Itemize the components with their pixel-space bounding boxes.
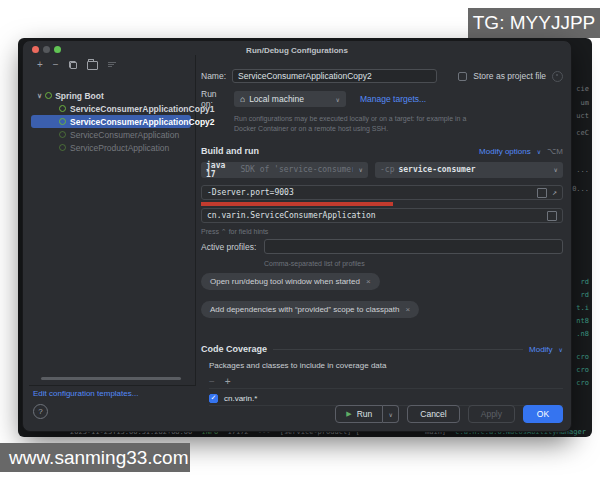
spring-boot-icon: [59, 118, 66, 125]
cancel-button[interactable]: Cancel: [407, 405, 459, 423]
vm-options-row: -Dserver.port=9003 ↗: [201, 185, 563, 200]
bg-fragment: cro: [576, 353, 589, 361]
ok-button[interactable]: OK: [523, 405, 563, 423]
browse-class-icon[interactable]: [547, 211, 557, 221]
sidebar-toolbar: + −: [37, 59, 116, 70]
zoom-window-button[interactable]: [54, 46, 61, 53]
name-row: Name: ServiceConsumerApplicationCopy2 St…: [201, 68, 563, 84]
sort-configurations-icon[interactable]: [108, 62, 116, 67]
move-to-folder-icon[interactable]: [87, 61, 98, 70]
expand-field-icon[interactable]: ↗: [552, 188, 557, 197]
name-input[interactable]: ServiceConsumerApplicationCopy2: [232, 69, 437, 83]
tree-item-copy1[interactable]: ServiceConsumerApplicationCopy1: [29, 102, 193, 115]
coverage-description: Packages and classes to include in cover…: [209, 361, 386, 371]
tree-node-spring-boot[interactable]: ∨ Spring Boot: [29, 89, 193, 102]
active-profiles-label: Active profiles:: [201, 242, 258, 252]
name-label: Name:: [201, 71, 226, 81]
run-button[interactable]: ▶ Run: [335, 405, 383, 423]
coverage-pattern-checkbox[interactable]: ✓: [209, 394, 218, 403]
bg-fragment: um: [581, 99, 589, 107]
add-pattern-icon[interactable]: +: [225, 376, 231, 387]
close-window-button[interactable]: [32, 46, 39, 53]
jdk-dropdown[interactable]: java 17 SDK of 'service-consumer' ∨: [201, 162, 368, 178]
bg-fragment: t.i: [576, 304, 589, 312]
spring-boot-icon: [45, 92, 52, 99]
divider: [273, 349, 523, 350]
remove-pattern-icon[interactable]: −: [209, 376, 215, 387]
run-options-arrow-button[interactable]: ∨: [383, 405, 399, 423]
add-configuration-icon[interactable]: +: [37, 59, 43, 70]
tree-item-label: ServiceProductApplication: [70, 143, 169, 153]
run-on-dropdown[interactable]: ⌂ Local machine ∨: [234, 91, 346, 107]
configurations-tree: ∨ Spring Boot ServiceConsumerApplication…: [29, 89, 193, 154]
chip-open-run-tool-window[interactable]: Open run/debug tool window when started …: [201, 273, 380, 290]
watermark-top: TG: MYYJJPP: [468, 8, 600, 38]
main-class-row: cn.varin.ServiceConsumerApplication: [201, 208, 563, 223]
bg-fragment: ceC: [576, 129, 589, 137]
gear-icon[interactable]: [552, 71, 563, 82]
coverage-modify-link[interactable]: Modify: [529, 345, 553, 354]
bg-fragment: ...: [576, 166, 589, 174]
bg-fragment: cie: [576, 85, 589, 93]
minimize-window-button[interactable]: [43, 46, 50, 53]
remove-configuration-icon[interactable]: −: [53, 59, 59, 70]
chip-label: Add dependencies with “provided” scope t…: [210, 305, 399, 314]
macros-icon[interactable]: [537, 188, 547, 198]
bg-fragment: rd: [581, 278, 589, 286]
modify-options-link[interactable]: Modify options: [479, 147, 531, 156]
tree-item-copy2-selected[interactable]: ServiceConsumerApplicationCopy2: [31, 115, 191, 128]
jdk-hint: SDK of 'service-consumer': [240, 165, 352, 174]
close-icon[interactable]: ×: [405, 305, 410, 314]
edit-configuration-templates-link[interactable]: Edit configuration templates...: [33, 389, 138, 398]
spring-boot-icon: [59, 144, 66, 151]
help-button[interactable]: ?: [33, 404, 48, 419]
classpath-dropdown[interactable]: -cp service-consumer ∨: [375, 162, 563, 178]
run-split-button: ▶ Run ∨: [335, 405, 399, 423]
tree-item-serviceproduct[interactable]: ServiceProductApplication: [29, 141, 193, 154]
close-icon[interactable]: ×: [366, 277, 371, 286]
manage-targets-link[interactable]: Manage targets...: [360, 94, 426, 104]
house-icon: ⌂: [240, 94, 245, 104]
coverage-pattern-row[interactable]: ✓ cn.varin.*: [209, 391, 563, 406]
vm-options-input[interactable]: -Dserver.port=9003 ↗: [201, 185, 563, 200]
watermark-bottom: www.sanming33.com: [0, 443, 190, 472]
coverage-pattern-label: cn.varin.*: [224, 394, 257, 403]
chevron-down-icon: ∨: [554, 166, 558, 173]
bg-fragment: cro: [576, 379, 589, 387]
spring-boot-icon: [59, 105, 66, 112]
spring-boot-icon: [59, 131, 66, 138]
run-on-value: Local machine: [249, 94, 304, 104]
bg-fragment: uct: [576, 112, 589, 120]
ide-background: cie um uct ceC ... 0... rd rd t.i nt8 .n…: [18, 38, 592, 437]
active-profiles-input[interactable]: [264, 239, 563, 254]
chip-add-provided-dependencies[interactable]: Add dependencies with “provided” scope t…: [201, 301, 419, 318]
bg-fragment: cro: [576, 366, 589, 374]
code-coverage-header: Code Coverage: [201, 344, 267, 354]
main-class-input[interactable]: cn.varin.ServiceConsumerApplication: [201, 208, 563, 223]
main-class-value: cn.varin.ServiceConsumerApplication: [207, 211, 376, 220]
tree-item-label: ServiceConsumerApplication: [70, 130, 179, 140]
run-on-help-text: Run configurations may be executed local…: [234, 114, 486, 134]
dialog-title: Run/Debug Configurations: [23, 41, 571, 55]
dialog-buttons: ▶ Run ∨ Cancel Apply OK: [335, 405, 563, 423]
tree-item-label: ServiceConsumerApplicationCopy1: [70, 104, 215, 114]
bg-fragment: .n8: [576, 330, 589, 338]
run-on-row: Run on: ⌂ Local machine ∨ Manage targets…: [201, 91, 563, 107]
bg-fragment: rd: [581, 291, 589, 299]
horizontal-scrollbar[interactable]: [41, 377, 181, 380]
tree-node-label: Spring Boot: [55, 91, 104, 101]
run-on-label: Run on:: [201, 89, 228, 109]
build-and-run-header-row: Build and run Modify options ∨ ⌥M: [201, 145, 563, 157]
store-as-project-file-checkbox[interactable]: [458, 72, 467, 81]
copy-configuration-icon[interactable]: [69, 61, 77, 69]
bg-fragment: 0...: [572, 185, 589, 193]
chip-label: Open run/debug tool window when started: [210, 277, 360, 286]
chevron-down-icon: ∨: [336, 96, 340, 103]
active-profiles-row: Active profiles:: [201, 239, 563, 254]
red-underline-annotation: [201, 202, 393, 206]
bg-fragment: nt8: [576, 317, 589, 325]
apply-button[interactable]: Apply: [468, 405, 515, 423]
run-debug-configurations-dialog: Run/Debug Configurations + − ∨ Spring Bo…: [22, 40, 572, 432]
chevron-down-icon: ∨: [359, 166, 363, 173]
tree-item-serviceconsumer[interactable]: ServiceConsumerApplication: [29, 128, 193, 141]
